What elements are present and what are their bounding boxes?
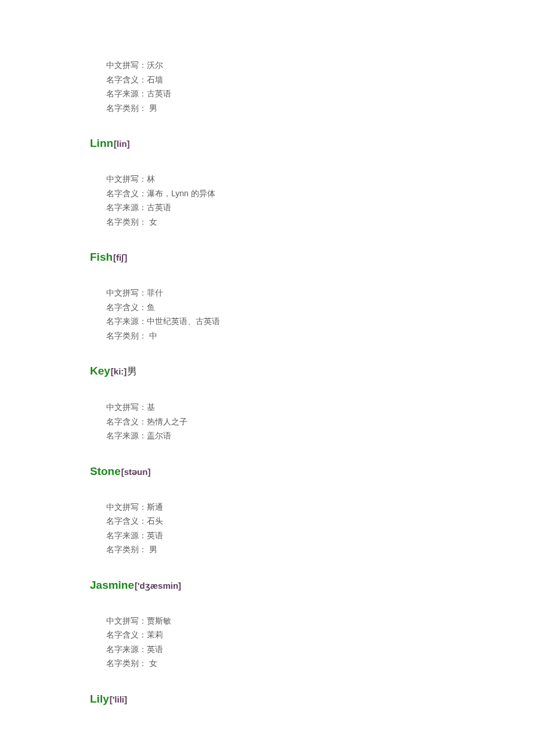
detail-meaning: 名字含义：茉莉	[106, 628, 534, 642]
name-entry: Lily['lili]	[90, 693, 534, 705]
detail-gender: 名字类别： 女	[106, 215, 534, 229]
name-entry: Jasmine['dʒæsmin]中文拼写：贾斯敏名字含义：茉莉名字来源：英语名…	[90, 579, 534, 671]
detail-origin: 名字来源：盖尔语	[106, 429, 534, 443]
detail-origin-value: 英语	[147, 645, 163, 654]
detail-pinyin: 中文拼写：贾斯敏	[106, 614, 534, 628]
entry-details: 中文拼写：斯通名字含义：石头名字来源：英语名字类别： 男	[90, 500, 534, 557]
entry-name: Key	[90, 365, 110, 377]
detail-pinyin: 中文拼写：斯通	[106, 500, 534, 514]
detail-pinyin-value: 贾斯敏	[147, 616, 171, 625]
detail-pinyin-value: 林	[147, 174, 155, 183]
detail-gender-value: 女	[149, 658, 157, 668]
entry-heading: Lily['lili]	[90, 693, 534, 705]
entry-heading: Jasmine['dʒæsmin]	[90, 579, 534, 592]
entry-details: 中文拼写：菲什名字含义：鱼名字来源：中世纪英语、古英语名字类别： 中	[90, 286, 534, 343]
entry-details: 中文拼写：贾斯敏名字含义：茉莉名字来源：英语名字类别： 女	[90, 614, 534, 671]
detail-pinyin-label: 中文拼写：	[106, 60, 147, 70]
entry-heading: Stone[stəun]	[90, 465, 534, 478]
name-entry: Fish[fiʃ]中文拼写：菲什名字含义：鱼名字来源：中世纪英语、古英语名字类别…	[90, 251, 534, 343]
detail-origin: 名字来源：英语	[106, 642, 534, 657]
detail-pinyin-value: 基	[147, 402, 155, 412]
detail-pinyin-label: 中文拼写：	[106, 502, 147, 512]
detail-origin: 名字来源：英语	[106, 528, 534, 543]
detail-meaning-value: 茉莉	[147, 630, 163, 639]
entry-pronunciation: [lin]	[114, 139, 130, 149]
detail-meaning-value: 石墙	[147, 75, 163, 84]
entry-name: Lily	[90, 693, 109, 705]
detail-origin: 名字来源：古英语	[106, 200, 534, 215]
entry-details: 中文拼写：沃尔名字含义：石墙名字来源：古英语名字类别： 男	[90, 58, 534, 115]
detail-pinyin-value: 菲什	[147, 288, 163, 297]
entry-name: Linn	[90, 137, 113, 150]
detail-meaning-value: 热情人之子	[147, 417, 187, 426]
detail-pinyin: 中文拼写：沃尔	[106, 58, 534, 73]
entry-pronunciation: ['dʒæsmin]	[135, 581, 181, 591]
detail-meaning: 名字含义：鱼	[106, 300, 534, 315]
detail-meaning-value: 石头	[147, 516, 163, 525]
name-entry: 中文拼写：沃尔名字含义：石墙名字来源：古英语名字类别： 男	[90, 58, 534, 115]
name-entry: Linn[lin]中文拼写：林名字含义：瀑布，Lynn 的异体名字来源：古英语名…	[90, 137, 534, 229]
detail-meaning-label: 名字含义：	[106, 516, 147, 525]
entry-name: Fish	[90, 251, 113, 264]
detail-origin-value: 中世纪英语、古英语	[147, 316, 220, 326]
detail-pinyin-value: 斯通	[147, 502, 163, 512]
detail-gender-label: 名字类别：	[106, 658, 149, 668]
detail-gender: 名字类别： 中	[106, 329, 534, 343]
detail-meaning-value: 瀑布，Lynn 的异体	[147, 189, 215, 198]
entry-suffix: 男	[127, 365, 137, 378]
entry-heading: Fish[fiʃ]	[90, 251, 534, 264]
detail-gender: 名字类别： 女	[106, 656, 534, 671]
entry-pronunciation: [ki:]	[111, 366, 127, 376]
detail-meaning-label: 名字含义：	[106, 303, 147, 312]
detail-meaning-value: 鱼	[147, 303, 155, 312]
entry-heading: Key[ki:]男	[90, 365, 534, 378]
entry-name: Jasmine	[90, 579, 134, 592]
detail-pinyin-value: 沃尔	[147, 60, 163, 70]
detail-origin-value: 英语	[147, 531, 163, 540]
detail-meaning-label: 名字含义：	[106, 75, 147, 84]
detail-origin: 名字来源：中世纪英语、古英语	[106, 314, 534, 329]
detail-pinyin: 中文拼写：基	[106, 400, 534, 415]
detail-pinyin-label: 中文拼写：	[106, 174, 147, 183]
detail-meaning: 名字含义：石头	[106, 514, 534, 528]
detail-origin-label: 名字来源：	[106, 531, 147, 540]
detail-origin-value: 古英语	[147, 89, 171, 98]
entry-pronunciation: [stəun]	[121, 467, 151, 477]
detail-origin: 名字来源：古英语	[106, 87, 534, 101]
detail-origin-value: 古英语	[147, 203, 171, 212]
detail-origin-value: 盖尔语	[147, 431, 171, 440]
entry-heading: Linn[lin]	[90, 137, 534, 150]
detail-gender: 名字类别： 男	[106, 101, 534, 116]
detail-gender-label: 名字类别：	[106, 331, 149, 340]
detail-pinyin-label: 中文拼写：	[106, 402, 147, 412]
name-entry: Stone[stəun]中文拼写：斯通名字含义：石头名字来源：英语名字类别： 男	[90, 465, 534, 557]
detail-gender-label: 名字类别：	[106, 103, 149, 113]
entry-details: 中文拼写：基名字含义：热情人之子名字来源：盖尔语	[90, 400, 534, 443]
detail-gender-label: 名字类别：	[106, 545, 149, 554]
detail-origin-label: 名字来源：	[106, 645, 147, 654]
name-entry: Key[ki:]男中文拼写：基名字含义：热情人之子名字来源：盖尔语	[90, 365, 534, 443]
entry-name: Stone	[90, 465, 121, 478]
detail-meaning-label: 名字含义：	[106, 189, 147, 198]
detail-meaning: 名字含义：石墙	[106, 73, 534, 87]
detail-gender-value: 男	[149, 103, 157, 113]
detail-meaning: 名字含义：瀑布，Lynn 的异体	[106, 186, 534, 201]
entry-pronunciation: [fiʃ]	[113, 253, 127, 263]
detail-meaning-label: 名字含义：	[106, 417, 147, 426]
detail-gender-value: 男	[149, 545, 157, 554]
detail-pinyin-label: 中文拼写：	[106, 288, 147, 297]
entry-pronunciation: ['lili]	[110, 694, 127, 704]
detail-origin-label: 名字来源：	[106, 89, 147, 98]
detail-gender-value: 女	[149, 217, 157, 226]
detail-gender-value: 中	[149, 331, 157, 340]
detail-meaning: 名字含义：热情人之子	[106, 415, 534, 429]
detail-origin-label: 名字来源：	[106, 316, 147, 326]
detail-origin-label: 名字来源：	[106, 431, 147, 440]
detail-pinyin: 中文拼写：菲什	[106, 286, 534, 300]
page-content: 中文拼写：沃尔名字含义：石墙名字来源：古英语名字类别： 男Linn[lin]中文…	[0, 0, 534, 751]
detail-gender: 名字类别： 男	[106, 542, 534, 557]
entry-details: 中文拼写：林名字含义：瀑布，Lynn 的异体名字来源：古英语名字类别： 女	[90, 172, 534, 229]
detail-origin-label: 名字来源：	[106, 203, 147, 212]
detail-meaning-label: 名字含义：	[106, 630, 147, 639]
detail-gender-label: 名字类别：	[106, 217, 149, 226]
